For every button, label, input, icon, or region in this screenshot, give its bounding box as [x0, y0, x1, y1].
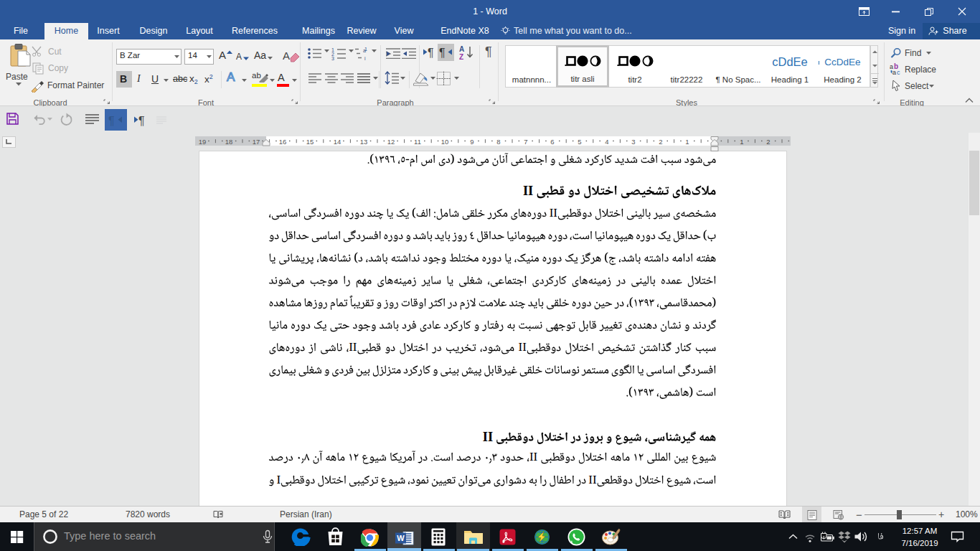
svg-text:¶: ¶ — [108, 115, 115, 127]
svg-text:1: 1 — [740, 138, 743, 146]
svg-text:i: i — [364, 56, 366, 60]
svg-text:14: 14 — [334, 138, 341, 146]
svg-text:W: W — [397, 534, 405, 542]
svg-text:7: 7 — [524, 138, 527, 146]
svg-text:16: 16 — [279, 138, 287, 146]
svg-text:5: 5 — [578, 138, 581, 146]
svg-text:A: A — [283, 50, 290, 62]
svg-text:1: 1 — [685, 138, 689, 146]
svg-text:13: 13 — [360, 138, 368, 146]
svg-text:10: 10 — [441, 138, 449, 146]
svg-text:A: A — [459, 45, 464, 53]
svg-text:2: 2 — [766, 138, 770, 146]
svg-text:9: 9 — [470, 138, 473, 146]
svg-text:11: 11 — [414, 138, 421, 146]
svg-text:¶: ¶ — [428, 47, 434, 58]
svg-text:6: 6 — [550, 138, 554, 146]
svg-text:¶: ¶ — [439, 47, 446, 58]
svg-text:17: 17 — [253, 138, 260, 146]
svg-text:4: 4 — [605, 138, 608, 146]
svg-text:3: 3 — [631, 138, 635, 146]
svg-text:2: 2 — [659, 138, 662, 146]
svg-text:18: 18 — [225, 138, 233, 146]
svg-text:8: 8 — [496, 138, 500, 146]
svg-text:Z: Z — [459, 53, 463, 60]
svg-text:1: 1 — [364, 47, 367, 52]
svg-text:¶: ¶ — [138, 115, 145, 127]
svg-text:a: a — [892, 69, 896, 75]
svg-text:12: 12 — [387, 138, 395, 146]
svg-text:19: 19 — [199, 138, 207, 146]
svg-text:c: c — [897, 69, 900, 75]
svg-text:15: 15 — [306, 138, 314, 146]
svg-text:3: 3 — [331, 56, 334, 60]
